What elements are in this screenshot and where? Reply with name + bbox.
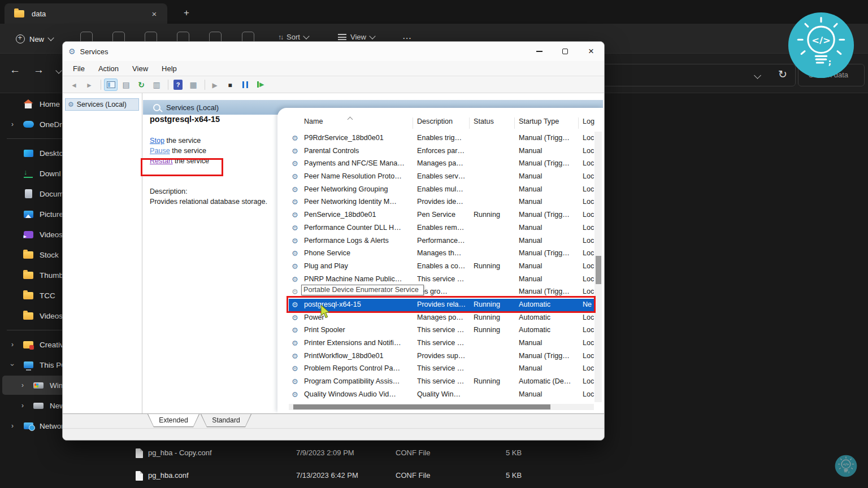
horizontal-scrollbar[interactable] — [289, 404, 594, 410]
explorer-tab-data[interactable]: data — [5, 3, 167, 24]
service-description: Enables serv… — [417, 172, 469, 180]
expand-chevron-icon[interactable] — [8, 120, 17, 128]
column-header-description[interactable]: Description — [417, 117, 453, 125]
service-row[interactable]: Problem Reports Control Pa… This service… — [289, 363, 594, 376]
chevron-down-icon — [303, 33, 309, 39]
pause-service-link[interactable]: Pause — [150, 147, 170, 155]
back-toolbar-button[interactable] — [67, 79, 81, 91]
service-log-on-as: Loc — [583, 313, 594, 321]
service-row[interactable]: Performance Logs & Alerts Performance… M… — [289, 235, 594, 248]
tab-standard[interactable]: Standard — [201, 414, 251, 427]
column-header-name[interactable]: Name — [304, 117, 323, 125]
sidebar-item-label: Videos — [40, 230, 63, 239]
menu-help[interactable]: Help — [156, 63, 183, 75]
expand-chevron-icon[interactable] — [18, 381, 27, 389]
service-log-on-as: Loc — [583, 326, 594, 334]
services-titlebar[interactable]: Services — [63, 42, 604, 61]
help-button[interactable] — [171, 79, 185, 91]
column-header-status[interactable]: Status — [474, 117, 494, 125]
service-status: Running — [474, 377, 514, 385]
service-row[interactable]: Program Compatibility Assis… This servic… — [289, 376, 594, 389]
expand-chevron-icon[interactable] — [8, 341, 17, 348]
forward-toolbar-button[interactable] — [83, 79, 96, 91]
refresh-icon[interactable] — [778, 68, 787, 81]
tab-close-icon[interactable] — [147, 7, 162, 20]
menu-file[interactable]: File — [67, 63, 90, 75]
service-status: Running — [474, 326, 514, 334]
service-name: PenService_18bd0e01 — [304, 211, 410, 219]
show-console-tree-button[interactable] — [104, 79, 118, 91]
service-name: Printer Extensions and Notifi… — [304, 339, 410, 347]
service-row[interactable]: Parental Controls Enforces par… Manual L… — [289, 145, 594, 158]
service-name: Peer Networking Grouping — [304, 185, 410, 193]
tab-extended[interactable]: Extended — [147, 414, 199, 427]
service-row[interactable]: Performance Counter DLL H… Enables rem… … — [289, 222, 594, 235]
service-log-on-as: Loc — [583, 262, 594, 270]
restart-service-button[interactable] — [254, 79, 267, 91]
view-button[interactable]: View — [338, 33, 375, 41]
sidebar-item-label: Stock — [40, 251, 59, 259]
tree-item-services-local[interactable]: Services (Local) — [65, 98, 139, 111]
menu-view[interactable]: View — [127, 63, 154, 75]
sidebar-item-icon — [23, 312, 33, 320]
service-log-on-as: Loc — [583, 339, 594, 347]
new-tab-button[interactable] — [179, 6, 194, 20]
vertical-scrollbar[interactable] — [594, 132, 602, 402]
minimize-button[interactable] — [526, 42, 552, 61]
horizontal-scrollbar-thumb[interactable] — [293, 404, 550, 409]
service-row[interactable]: PenService_18bd0e01 Pen Service Running … — [289, 209, 594, 222]
service-row[interactable]: PNRP Machine Name Public… This service …… — [289, 273, 594, 286]
service-row[interactable]: Payments and NFC/SE Mana… Manages pa… Ma… — [289, 158, 594, 171]
service-row[interactable]: Plug and Play Enables a co… Running Manu… — [289, 260, 594, 273]
service-row[interactable]: Peer Name Resolution Proto… Enables serv… — [289, 171, 594, 184]
column-header-log-on-as[interactable]: Log On As — [583, 117, 596, 125]
service-row[interactable]: Print Spooler This service … Running Aut… — [289, 324, 594, 337]
column-header-startup-type[interactable]: Startup Type — [519, 117, 559, 125]
service-gear-icon — [292, 339, 298, 347]
service-row[interactable]: Power Manages po… Running Automatic Loc — [289, 312, 594, 325]
stop-service-button[interactable] — [223, 79, 237, 91]
tab-extended-label: Extended — [148, 414, 199, 426]
vertical-scrollbar-thumb[interactable] — [596, 256, 601, 284]
tree-item-label: Services (Local) — [77, 101, 127, 108]
service-description: Enables rem… — [417, 224, 469, 232]
console-tree-pane: Services (Local) — [63, 93, 142, 413]
expand-chevron-icon[interactable] — [18, 402, 27, 409]
recent-locations-chevron[interactable] — [55, 67, 62, 73]
service-startup-type: Automatic (De… — [519, 377, 579, 385]
chevron-down-icon — [369, 33, 375, 39]
service-row[interactable]: Printer Extensions and Notifi… This serv… — [289, 337, 594, 350]
file-row[interactable]: pg_hba.conf 7/13/2023 6:42 PM CONF File … — [130, 465, 868, 487]
pause-line-rest: the service — [170, 147, 206, 155]
refresh-button[interactable] — [134, 79, 148, 91]
sidebar-item-icon — [23, 292, 33, 299]
forward-button[interactable]: → — [33, 64, 44, 76]
service-row[interactable]: PrintWorkflow_18bd0e01 Provides sup… Man… — [289, 350, 594, 363]
expand-chevron-icon[interactable] — [8, 361, 17, 369]
show-description-button[interactable] — [186, 79, 200, 91]
new-button[interactable]: New — [9, 29, 60, 49]
menu-action[interactable]: Action — [93, 63, 124, 75]
properties-button[interactable] — [119, 79, 133, 91]
back-button[interactable]: ← — [10, 64, 20, 76]
sort-button[interactable]: Sort — [278, 33, 309, 41]
pause-service-button[interactable] — [238, 79, 252, 91]
file-row[interactable]: pg_hba - Copy.conf 7/9/2023 2:09 PM CONF… — [130, 442, 868, 465]
service-row[interactable]: Peer Networking Identity M… Provides ide… — [289, 196, 594, 209]
service-gear-icon — [292, 326, 298, 334]
address-dropdown-chevron[interactable] — [754, 72, 761, 79]
stop-service-link[interactable]: Stop — [150, 137, 164, 145]
sidebar-item-label: Downl — [40, 169, 61, 178]
close-button[interactable] — [578, 42, 604, 61]
service-row[interactable]: P9RdrService_18bd0e01 Enables trig… Manu… — [289, 132, 594, 145]
maximize-button[interactable] — [552, 42, 578, 61]
service-row[interactable]: Peer Networking Grouping Enables mul… Ma… — [289, 184, 594, 197]
service-startup-type: Manual — [519, 172, 579, 180]
start-service-button[interactable] — [208, 79, 222, 91]
expand-chevron-icon[interactable] — [8, 422, 17, 430]
forward-icon — [86, 80, 93, 90]
sidebar-item-icon — [24, 231, 33, 238]
service-row[interactable]: Quality Windows Audio Vid… Quality Win… … — [289, 389, 594, 402]
service-row[interactable]: Phone Service Manages th… Manual (Trigg…… — [289, 247, 594, 260]
export-list-button[interactable] — [150, 79, 163, 91]
